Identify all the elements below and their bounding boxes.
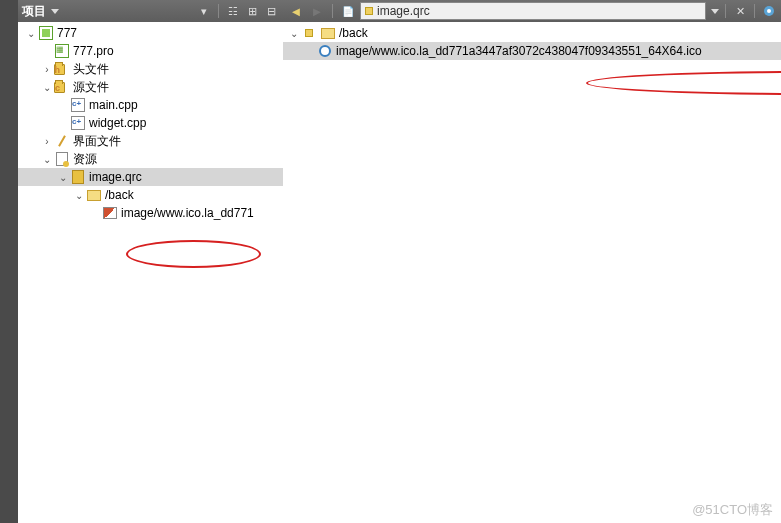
cpp-file-icon: c+ [70,97,86,113]
close-file-button[interactable]: ✕ [732,3,748,19]
tree-row[interactable]: ⌄777 [18,24,283,42]
layout-button[interactable]: ☷ [225,3,241,19]
lock-icon [301,25,317,41]
path-dropdown-icon[interactable] [711,9,719,14]
nav-back-button[interactable]: ◄ [287,2,305,20]
source-folder-icon: h [54,61,70,77]
chevron-down-icon[interactable]: ⌄ [24,28,38,39]
tree-row[interactable]: ⌄/back [18,186,283,204]
tree-row[interactable]: c+main.cpp [18,96,283,114]
tree-row[interactable]: ⌄/back [283,24,781,42]
tree-row[interactable]: ⌄c源文件 [18,78,283,96]
chevron-down-icon[interactable]: ⌄ [40,154,54,165]
separator [725,4,726,18]
qrc-file-icon [70,169,86,185]
cpp-file-icon: c+ [70,115,86,131]
chevron-down-icon[interactable]: ⌄ [40,82,54,93]
watermark: 51CTO博客 [692,501,773,519]
tree-item-label: widget.cpp [89,116,146,130]
filter-button[interactable]: ▾ [196,3,212,19]
tree-item-label: /back [105,188,134,202]
tree-item-label: main.cpp [89,98,138,112]
tree-item-label: 源文件 [73,79,109,96]
chevron-down-icon[interactable]: ⌄ [287,28,301,39]
tree-item-label: image/www.ico.la_dd771a3447af3072c438047… [336,44,702,58]
separator [332,4,333,18]
annotation-ellipse [126,240,261,268]
resources-icon [54,151,70,167]
collapse-button[interactable]: ⊟ [263,3,279,19]
title-dropdown-icon[interactable] [51,9,59,14]
tree-row[interactable]: ▦777.pro [18,42,283,60]
tree-row[interactable]: ⌄资源 [18,150,283,168]
tree-row[interactable]: image/www.ico.la_dd771 [18,204,283,222]
chevron-right-icon[interactable]: › [40,136,54,147]
editor-toolbar: ◄ ► 📄 image.qrc ✕ [283,0,781,22]
editor-pane: ◄ ► 📄 image.qrc ✕ ⌄/backimage/www.ico.la… [283,0,781,523]
chevron-down-icon[interactable]: ⌄ [72,190,86,201]
chevron-right-icon[interactable]: › [40,64,54,75]
add-button[interactable]: ⊞ [244,3,260,19]
tree-row[interactable]: image/www.ico.la_dd771a3447af3072c438047… [283,42,781,60]
project-pane: 项目 ▾ ☷ ⊞ ⊟ ⌄777▦777.pro›h头文件⌄c源文件c+main.… [18,0,283,523]
pro-file-icon: ▦ [54,43,70,59]
folder-icon [86,187,102,203]
ico-file-icon [317,43,333,59]
tree-row[interactable]: ⌄image.qrc [18,168,283,186]
separator [218,4,219,18]
left-gutter [0,0,18,523]
tree-row[interactable]: ›界面文件 [18,132,283,150]
project-icon [38,25,54,41]
annotation-ellipse [586,71,781,95]
tree-item-label: image/www.ico.la_dd771 [121,206,254,220]
debug-icon[interactable] [761,3,777,19]
lock-icon [365,7,373,15]
chevron-down-icon[interactable]: ⌄ [56,172,70,183]
pane-title: 项目 [22,3,46,20]
tree-item-label: 资源 [73,151,97,168]
file-path-text: image.qrc [377,4,430,18]
project-tree[interactable]: ⌄777▦777.pro›h头文件⌄c源文件c+main.cppc+widget… [18,22,283,523]
tree-item-label: 777 [57,26,77,40]
source-folder-icon: c [54,79,70,95]
tree-item-label: 头文件 [73,61,109,78]
tree-item-label: 777.pro [73,44,114,58]
project-titlebar: 项目 ▾ ☷ ⊞ ⊟ [18,0,283,22]
svg-point-1 [767,9,771,13]
tree-item-label: image.qrc [89,170,142,184]
resource-tree[interactable]: ⌄/backimage/www.ico.la_dd771a3447af3072c… [283,22,781,523]
nav-forward-button[interactable]: ► [308,2,326,20]
tree-item-label: 界面文件 [73,133,121,150]
forms-folder-icon [54,133,70,149]
separator [754,4,755,18]
image-file-icon [102,205,118,221]
folder-icon [320,25,336,41]
file-path-field[interactable]: image.qrc [360,2,706,20]
tree-row[interactable]: ›h头文件 [18,60,283,78]
tree-row[interactable]: c+widget.cpp [18,114,283,132]
tree-item-label: /back [339,26,368,40]
write-lock-icon[interactable]: 📄 [339,2,357,20]
